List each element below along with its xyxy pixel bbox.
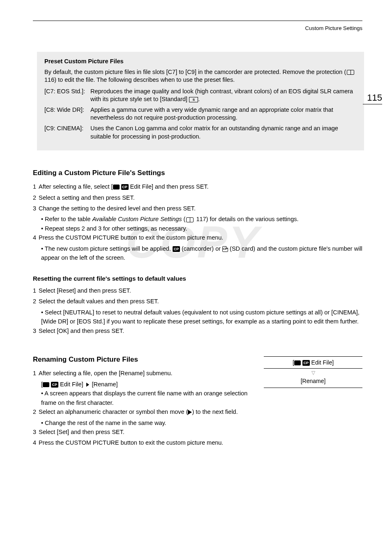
resetting-step-2-bullet-1: Select [NEUTRAL] to reset to neutral def… [41, 308, 362, 326]
editing-step-3-bullet-2: Repeat steps 2 and 3 for other settings,… [41, 224, 362, 233]
resetting-steps: 1Select [Reset] and then press SET. 2Sel… [33, 286, 362, 335]
renaming-step-3: 3Select [Set] and then press SET. [33, 427, 362, 436]
running-header: Custom Picture Settings [33, 25, 362, 31]
editing-step-3: 3Change the setting to the desired level… [33, 204, 362, 213]
resetting-title: Resetting the current file's settings to… [33, 275, 362, 282]
resetting-step-3: 3Select [OK] and then press SET. [33, 326, 362, 335]
resetting-step-2: 2Select the default values and then pres… [33, 297, 362, 306]
renaming-step-1-path: [ CP Edit File] [Rename] [41, 380, 251, 389]
editing-step-3-bullet-1: Refer to the table Available Custom Pict… [41, 215, 362, 224]
editing-step-2: 2Select a setting and then press SET. [33, 193, 362, 202]
preset-row-c8: [C8: Wide DR]: Applies a gamma curve wit… [44, 106, 357, 122]
preset-files-box: Preset Custom Picture Files By default, … [37, 52, 364, 150]
preset-box-title: Preset Custom Picture Files [44, 58, 357, 66]
preset-row-c9: [C9: CINEMA]: Uses the Canon Log gamma a… [44, 125, 357, 141]
standard-icon: S [189, 97, 198, 102]
renaming-step-1-bullet-1: A screen appears that displays the curre… [41, 389, 251, 407]
renaming-step-1: 1After selecting a file, open the [Renam… [33, 369, 251, 378]
sd-card-icon: CP [222, 246, 228, 252]
preset-row-c7: [C7: EOS Std.]: Reproduces the image qua… [44, 88, 357, 104]
renaming-step-2: 2Select an alphanumeric character or sym… [33, 407, 362, 416]
editing-step-4: 4Press the CUSTOM PICTURE button to exit… [33, 233, 362, 242]
renaming-step-4: 4Press the CUSTOM PICTURE button to exit… [33, 438, 362, 447]
camera-icon [43, 382, 49, 387]
camera-icon [294, 360, 301, 365]
renaming-step-2-bullet-1: Change the rest of the name in the same … [41, 418, 362, 427]
editing-step-4-bullet-1: The new custom picture settings will be … [41, 244, 362, 263]
camera-icon [113, 185, 120, 189]
preset-box-intro: By default, the custom picture files in … [44, 68, 357, 84]
menu-sep-icon [86, 383, 89, 387]
menu-box-edit-file: [ CP Edit File] [264, 356, 362, 369]
editing-step-1: 1After selecting a file, select [ CP Edi… [33, 182, 362, 191]
cp-icon: CP [302, 360, 310, 366]
page-ref-icon [186, 217, 194, 222]
page-ref-icon [347, 70, 354, 75]
resetting-step-1: 1Select [Reset] and then press SET. [33, 286, 362, 295]
editing-title: Editing a Custom Picture File's Settings [33, 169, 362, 177]
right-arrow-icon [188, 410, 192, 415]
renaming-title: Renaming Custom Picture Files [33, 355, 251, 364]
menu-arrow-icon: ▽ [264, 369, 362, 376]
renaming-steps-cont: 2Select an alphanumeric character or sym… [33, 407, 362, 448]
menu-box-rename: [Rename] [264, 377, 362, 388]
menu-path-box: [ CP Edit File] ▽ [Rename] [264, 355, 362, 407]
page-content: Custom Picture Settings 115 COPY Preset … [0, 0, 392, 474]
top-rule [33, 21, 362, 21]
renaming-section: Renaming Custom Picture Files 1After sel… [33, 355, 362, 407]
editing-steps: 1After selecting a file, select [ CP Edi… [33, 182, 362, 263]
cp-icon: CP [51, 382, 58, 388]
cp-icon: CP [121, 184, 129, 190]
cp-icon: CP [173, 246, 180, 252]
page-number: 115 [363, 92, 382, 104]
